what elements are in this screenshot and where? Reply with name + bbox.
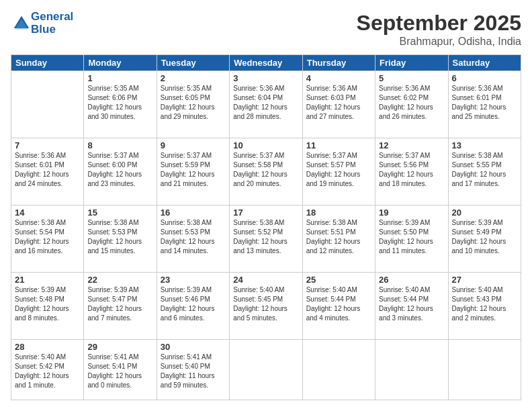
calendar-cell: 26Sunrise: 5:40 AM Sunset: 5:44 PM Dayli… [375, 273, 448, 340]
day-info: Sunrise: 5:36 AM Sunset: 6:01 PM Dayligh… [15, 151, 80, 189]
day-number: 21 [15, 275, 80, 285]
location: Brahmapur, Odisha, India [357, 36, 521, 48]
day-number: 24 [233, 275, 298, 285]
day-info: Sunrise: 5:39 AM Sunset: 5:49 PM Dayligh… [452, 218, 517, 256]
day-header-tuesday: Tuesday [157, 55, 229, 71]
calendar-cell: 23Sunrise: 5:39 AM Sunset: 5:46 PM Dayli… [157, 273, 229, 340]
calendar-cell: 20Sunrise: 5:39 AM Sunset: 5:49 PM Dayli… [448, 205, 521, 273]
calendar-cell: 27Sunrise: 5:40 AM Sunset: 5:43 PM Dayli… [448, 273, 521, 340]
calendar-cell [448, 340, 521, 400]
day-number: 5 [379, 73, 444, 83]
calendar-cell: 3Sunrise: 5:36 AM Sunset: 6:04 PM Daylig… [230, 71, 302, 138]
day-header-sunday: Sunday [11, 55, 84, 71]
day-info: Sunrise: 5:38 AM Sunset: 5:54 PM Dayligh… [15, 218, 80, 256]
day-info: Sunrise: 5:40 AM Sunset: 5:42 PM Dayligh… [15, 353, 80, 390]
day-info: Sunrise: 5:39 AM Sunset: 5:46 PM Dayligh… [161, 285, 226, 323]
day-info: Sunrise: 5:37 AM Sunset: 5:59 PM Dayligh… [161, 151, 226, 189]
calendar-cell [375, 340, 448, 400]
day-info: Sunrise: 5:38 AM Sunset: 5:51 PM Dayligh… [306, 218, 371, 256]
day-info: Sunrise: 5:39 AM Sunset: 5:47 PM Dayligh… [87, 285, 152, 323]
calendar-cell: 8Sunrise: 5:37 AM Sunset: 6:00 PM Daylig… [84, 138, 157, 205]
day-info: Sunrise: 5:37 AM Sunset: 5:56 PM Dayligh… [379, 151, 444, 189]
day-number: 19 [379, 208, 444, 218]
day-info: Sunrise: 5:40 AM Sunset: 5:45 PM Dayligh… [233, 285, 298, 323]
logo: General Blue [11, 11, 73, 36]
day-header-saturday: Saturday [448, 55, 521, 71]
day-number: 20 [452, 208, 517, 218]
day-info: Sunrise: 5:38 AM Sunset: 5:53 PM Dayligh… [161, 218, 226, 256]
day-number: 26 [379, 275, 444, 285]
day-header-wednesday: Wednesday [230, 55, 302, 71]
day-info: Sunrise: 5:37 AM Sunset: 5:58 PM Dayligh… [233, 151, 298, 189]
calendar-cell: 25Sunrise: 5:40 AM Sunset: 5:44 PM Dayli… [302, 273, 375, 340]
calendar-cell: 11Sunrise: 5:37 AM Sunset: 5:57 PM Dayli… [302, 138, 375, 205]
day-number: 14 [15, 208, 80, 218]
day-info: Sunrise: 5:36 AM Sunset: 6:03 PM Dayligh… [306, 84, 371, 122]
calendar-cell [302, 340, 375, 400]
calendar-cell: 5Sunrise: 5:36 AM Sunset: 6:02 PM Daylig… [375, 71, 448, 138]
day-header-friday: Friday [375, 55, 448, 71]
calendar-cell: 15Sunrise: 5:38 AM Sunset: 5:53 PM Dayli… [84, 205, 157, 273]
calendar-cell: 9Sunrise: 5:37 AM Sunset: 5:59 PM Daylig… [157, 138, 229, 205]
day-number: 23 [161, 275, 226, 285]
calendar-cell: 2Sunrise: 5:35 AM Sunset: 6:05 PM Daylig… [157, 71, 229, 138]
day-info: Sunrise: 5:36 AM Sunset: 6:02 PM Dayligh… [379, 84, 444, 122]
day-number: 7 [15, 140, 80, 150]
day-info: Sunrise: 5:40 AM Sunset: 5:44 PM Dayligh… [379, 285, 444, 323]
calendar-cell: 18Sunrise: 5:38 AM Sunset: 5:51 PM Dayli… [302, 205, 375, 273]
logo-text-line2: Blue [31, 24, 73, 36]
day-number: 25 [306, 275, 371, 285]
day-header-monday: Monday [84, 55, 157, 71]
day-number: 27 [452, 275, 517, 285]
calendar-cell: 12Sunrise: 5:37 AM Sunset: 5:56 PM Dayli… [375, 138, 448, 205]
day-number: 3 [233, 73, 298, 83]
day-number: 1 [87, 73, 152, 83]
calendar-cell: 22Sunrise: 5:39 AM Sunset: 5:47 PM Dayli… [84, 273, 157, 340]
day-info: Sunrise: 5:38 AM Sunset: 5:52 PM Dayligh… [233, 218, 298, 256]
day-info: Sunrise: 5:39 AM Sunset: 5:48 PM Dayligh… [15, 285, 80, 323]
day-number: 12 [379, 140, 444, 150]
calendar-cell: 24Sunrise: 5:40 AM Sunset: 5:45 PM Dayli… [230, 273, 302, 340]
day-number: 16 [161, 208, 226, 218]
day-number: 2 [161, 73, 226, 83]
day-number: 30 [161, 342, 226, 352]
day-info: Sunrise: 5:36 AM Sunset: 6:01 PM Dayligh… [452, 84, 517, 122]
calendar-cell: 30Sunrise: 5:41 AM Sunset: 5:40 PM Dayli… [157, 340, 229, 400]
day-number: 10 [233, 140, 298, 150]
day-number: 15 [87, 208, 152, 218]
calendar-cell: 29Sunrise: 5:41 AM Sunset: 5:41 PM Dayli… [84, 340, 157, 400]
day-number: 4 [306, 73, 371, 83]
day-info: Sunrise: 5:38 AM Sunset: 5:55 PM Dayligh… [452, 151, 517, 189]
day-info: Sunrise: 5:41 AM Sunset: 5:41 PM Dayligh… [87, 353, 152, 390]
day-info: Sunrise: 5:38 AM Sunset: 5:53 PM Dayligh… [87, 218, 152, 256]
day-info: Sunrise: 5:35 AM Sunset: 6:05 PM Dayligh… [161, 84, 226, 122]
day-info: Sunrise: 5:37 AM Sunset: 6:00 PM Dayligh… [87, 151, 152, 189]
day-number: 22 [87, 275, 152, 285]
day-number: 17 [233, 208, 298, 218]
calendar-table: SundayMondayTuesdayWednesdayThursdayFrid… [11, 54, 521, 400]
day-number: 29 [87, 342, 152, 352]
day-info: Sunrise: 5:40 AM Sunset: 5:44 PM Dayligh… [306, 285, 371, 323]
day-number: 28 [15, 342, 80, 352]
calendar-cell: 13Sunrise: 5:38 AM Sunset: 5:55 PM Dayli… [448, 138, 521, 205]
day-number: 11 [306, 140, 371, 150]
calendar-cell: 14Sunrise: 5:38 AM Sunset: 5:54 PM Dayli… [11, 205, 84, 273]
calendar-cell: 17Sunrise: 5:38 AM Sunset: 5:52 PM Dayli… [230, 205, 302, 273]
day-number: 18 [306, 208, 371, 218]
day-info: Sunrise: 5:36 AM Sunset: 6:04 PM Dayligh… [233, 84, 298, 122]
day-info: Sunrise: 5:40 AM Sunset: 5:43 PM Dayligh… [452, 285, 517, 323]
logo-icon [12, 14, 31, 33]
day-info: Sunrise: 5:37 AM Sunset: 5:57 PM Dayligh… [306, 151, 371, 189]
logo-text-line1: General [31, 11, 73, 24]
day-info: Sunrise: 5:39 AM Sunset: 5:50 PM Dayligh… [379, 218, 444, 256]
calendar-cell [230, 340, 302, 400]
day-number: 9 [161, 140, 226, 150]
day-number: 6 [452, 73, 517, 83]
month-title: September 2025 [357, 11, 521, 36]
day-number: 8 [87, 140, 152, 150]
calendar-cell [11, 71, 84, 138]
calendar-cell: 28Sunrise: 5:40 AM Sunset: 5:42 PM Dayli… [11, 340, 84, 400]
day-header-thursday: Thursday [302, 55, 375, 71]
day-number: 13 [452, 140, 517, 150]
calendar-cell: 21Sunrise: 5:39 AM Sunset: 5:48 PM Dayli… [11, 273, 84, 340]
